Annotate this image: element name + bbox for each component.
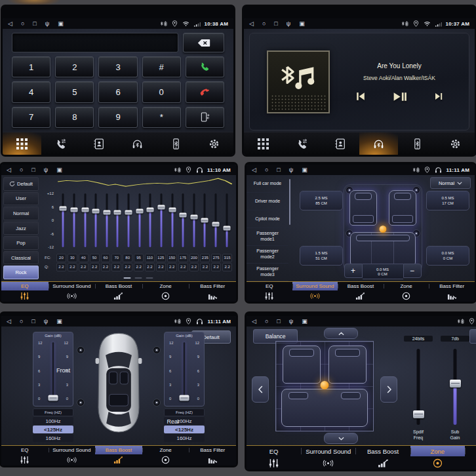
tab-surround-sound[interactable]: Surround Sound <box>292 282 338 290</box>
key-3[interactable]: 3 <box>98 56 137 77</box>
tab-eq[interactable]: EQ <box>1 446 49 454</box>
preset-jazz[interactable]: Jazz <box>3 222 39 235</box>
effect-preset-dropdown[interactable]: Normal <box>430 177 471 189</box>
fader-down-button[interactable] <box>324 433 358 444</box>
eq-band-80[interactable] <box>123 193 134 247</box>
tab-bass-filter[interactable]: Bass Filter <box>189 282 236 290</box>
nav-item-phone[interactable] <box>283 132 321 155</box>
back-icon[interactable]: ◁ <box>7 319 11 325</box>
freq-option[interactable]: <125Hz <box>33 426 73 433</box>
backspace-button[interactable] <box>183 33 224 52</box>
eq-band-150[interactable] <box>167 193 178 247</box>
play-pause-button[interactable] <box>393 92 407 102</box>
recents-icon[interactable]: □ <box>277 167 280 173</box>
tab-icon-cell[interactable] <box>338 292 384 300</box>
eq-band-315[interactable] <box>221 193 232 247</box>
freq-option[interactable]: <125Hz <box>164 426 205 433</box>
recents-icon[interactable]: □ <box>31 319 35 325</box>
eq-band-125[interactable] <box>156 193 167 247</box>
key-9[interactable]: 9 <box>98 107 137 128</box>
listening-position-dot[interactable] <box>379 226 386 233</box>
phone-number-input[interactable] <box>12 33 178 52</box>
tab-bass-boost[interactable]: Bass Boost <box>355 446 410 456</box>
tab-zone[interactable]: Zone <box>384 282 429 290</box>
back-icon[interactable]: ◁ <box>8 21 12 27</box>
back-icon[interactable]: ◁ <box>249 21 254 27</box>
key-pound[interactable]: # <box>142 56 181 77</box>
home-icon[interactable]: ○ <box>21 21 24 27</box>
balance-right-button[interactable] <box>380 376 397 403</box>
nav-item-bt-phone[interactable] <box>398 132 437 155</box>
call-transfer-button[interactable] <box>186 107 224 128</box>
back-icon[interactable]: ◁ <box>252 319 256 325</box>
home-icon[interactable]: ○ <box>262 21 266 27</box>
tab-eq[interactable]: EQ <box>1 282 49 290</box>
delay-decrease-button[interactable]: − <box>403 264 422 278</box>
key-0[interactable]: 0 <box>142 81 181 102</box>
fader-up-button[interactable] <box>324 328 358 339</box>
nav-item-contacts[interactable] <box>321 132 359 155</box>
tab-bass-filter[interactable]: Bass Filter <box>465 446 476 456</box>
nav-item-phone[interactable] <box>41 132 80 155</box>
tab-bass-filter[interactable]: Bass Filter <box>429 282 475 290</box>
tab-icon-cell[interactable] <box>247 458 301 468</box>
eq-band-20[interactable] <box>58 193 69 247</box>
tab-icon-cell[interactable] <box>247 292 292 300</box>
eq-band-50[interactable] <box>90 193 102 247</box>
delay-front-left[interactable]: 2.5 MS85 CM <box>300 191 343 210</box>
slider-knob[interactable] <box>413 410 424 418</box>
tab-icon-cell[interactable] <box>142 292 189 300</box>
nav-item-apps[interactable] <box>244 132 283 155</box>
delay-rear-right[interactable]: 0.0 MS0 CM <box>426 246 469 266</box>
tab-zone[interactable]: Zone <box>142 446 189 454</box>
tab-icon-cell[interactable] <box>95 456 142 464</box>
preset-pop[interactable]: Pop <box>3 236 39 250</box>
tab-icon-cell[interactable] <box>301 458 355 468</box>
recents-icon[interactable]: □ <box>33 21 36 27</box>
balance-left-button[interactable] <box>252 376 269 403</box>
key-2[interactable]: 2 <box>55 56 94 77</box>
tab-surround-sound[interactable]: Surround Sound <box>49 282 96 290</box>
preset-classical[interactable]: Classical <box>3 251 39 265</box>
slider-track[interactable] <box>454 349 457 425</box>
key-4[interactable]: 4 <box>12 81 50 102</box>
freq-option[interactable]: 100Hz <box>33 417 73 425</box>
rear-gain-slider[interactable]: Gain (dB) 129630 129630 <box>164 332 205 407</box>
tab-icon-cell[interactable] <box>142 456 189 464</box>
tab-icon-cell[interactable] <box>410 458 465 468</box>
next-track-button[interactable] <box>435 92 443 100</box>
tab-icon-cell[interactable] <box>429 292 475 300</box>
recents-icon[interactable]: □ <box>277 319 280 325</box>
tab-bass-boost[interactable]: Bass Boost <box>338 282 384 290</box>
gain-knob[interactable] <box>180 395 189 401</box>
home-icon[interactable]: ○ <box>265 319 268 325</box>
balance-seat-grid[interactable] <box>275 341 374 431</box>
preset-normal[interactable]: Normal <box>3 207 39 220</box>
delay-increase-button[interactable]: + <box>344 264 363 278</box>
eq-band-235[interactable] <box>199 193 210 247</box>
back-icon[interactable]: ◁ <box>252 167 256 173</box>
tab-icon-cell[interactable] <box>1 456 49 464</box>
tab-bass-filter[interactable]: Bass Filter <box>189 446 236 454</box>
preset-default[interactable]: Default <box>3 177 39 191</box>
key-7[interactable]: 7 <box>12 107 50 128</box>
mode-driver[interactable]: Driver mode <box>247 193 288 210</box>
tab-icon-cell[interactable] <box>95 292 142 300</box>
mode-copilot[interactable]: Cpilot mode <box>247 210 288 228</box>
tab-zone[interactable]: Zone <box>142 282 189 290</box>
key-star[interactable]: * <box>142 107 181 128</box>
delay-rear-left[interactable]: 1.5 MS51 CM <box>300 246 343 266</box>
tab-icon-cell[interactable] <box>1 292 49 300</box>
gain-knob[interactable] <box>49 395 58 401</box>
eq-band-275[interactable] <box>210 193 222 247</box>
eq-band-175[interactable] <box>178 193 189 247</box>
nav-item-bt-phone[interactable] <box>157 132 195 155</box>
eq-band-30[interactable] <box>69 193 80 247</box>
eq-band-200[interactable] <box>189 193 200 247</box>
eq-band-60[interactable] <box>102 193 113 247</box>
hangup-button[interactable] <box>186 81 224 102</box>
delay-front-right[interactable]: 0.5 MS17 CM <box>426 191 469 210</box>
preset-rock[interactable]: Rock <box>3 266 39 279</box>
nav-item-bt-music[interactable] <box>359 132 398 155</box>
previous-track-button[interactable] <box>356 92 365 101</box>
